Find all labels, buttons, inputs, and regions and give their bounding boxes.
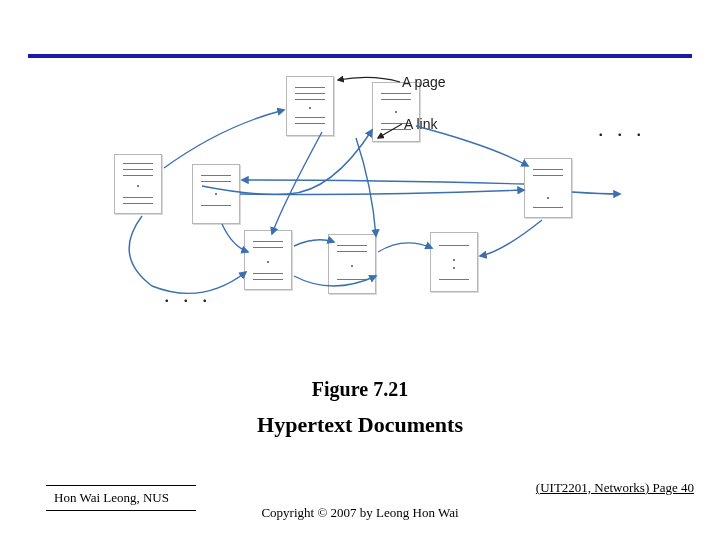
- page-box: [430, 232, 478, 292]
- page-box: [328, 234, 376, 294]
- page-box: [372, 82, 420, 142]
- a-link-label: A link: [404, 116, 437, 132]
- ellipsis-right: . . .: [598, 116, 646, 142]
- footer-course-page: (UIT2201, Networks) Page 40: [536, 480, 694, 496]
- footer-copyright: Copyright © 2007 by Leong Hon Wai: [0, 505, 720, 521]
- page-box: [524, 158, 572, 218]
- figure-title: Hypertext Documents: [0, 412, 720, 438]
- a-page-label: A page: [402, 74, 446, 90]
- figure-number: Figure 7.21: [0, 378, 720, 401]
- top-rule: [28, 54, 692, 58]
- page-box: [286, 76, 334, 136]
- page-box: [244, 230, 292, 290]
- page-box: [192, 164, 240, 224]
- hypertext-diagram: A page A link . . . . . .: [72, 76, 648, 316]
- ellipsis-bottom: . . .: [164, 282, 212, 308]
- slide: A page A link . . . . . .: [0, 0, 720, 540]
- page-box: [114, 154, 162, 214]
